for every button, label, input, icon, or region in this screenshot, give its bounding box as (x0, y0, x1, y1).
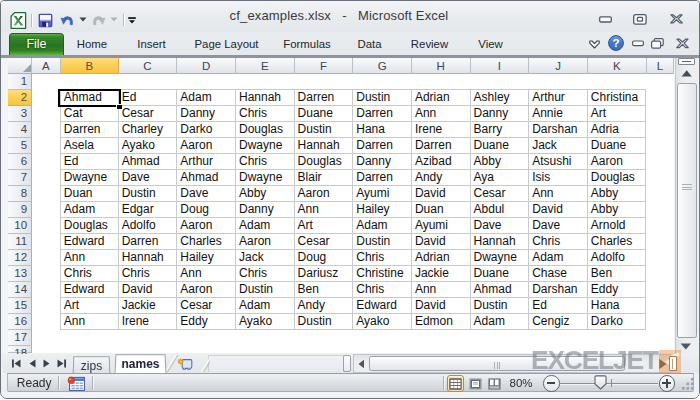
svg-text:?: ? (612, 37, 619, 49)
